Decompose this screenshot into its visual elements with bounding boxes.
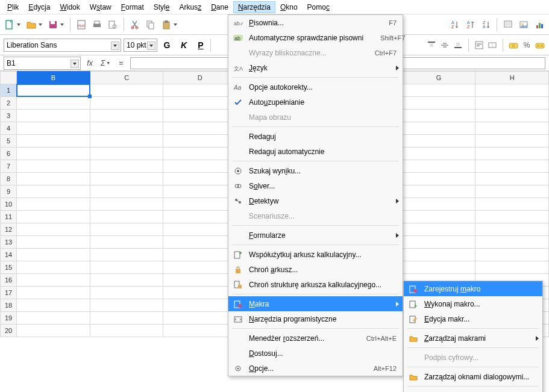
italic-button[interactable]: K bbox=[177, 38, 191, 52]
cell[interactable] bbox=[163, 148, 237, 160]
col-header-c[interactable]: C bbox=[90, 72, 163, 84]
cell[interactable] bbox=[90, 173, 163, 185]
cell[interactable] bbox=[17, 122, 90, 135]
tools-menu-item[interactable]: Redaguj bbox=[228, 129, 403, 144]
row-header-13[interactable]: 13 bbox=[1, 236, 17, 249]
cell[interactable] bbox=[163, 198, 237, 211]
fx-icon[interactable]: fx bbox=[83, 57, 96, 70]
cell[interactable] bbox=[163, 173, 237, 185]
tools-menu-item[interactable]: AaOpcje autokorekty... bbox=[228, 79, 403, 95]
menu-arkusz[interactable]: Arkusz bbox=[174, 1, 206, 13]
cell[interactable] bbox=[17, 198, 90, 211]
macros-menu-item[interactable]: Edycja makr... bbox=[404, 311, 542, 326]
cell[interactable] bbox=[163, 211, 237, 223]
cell[interactable] bbox=[163, 325, 237, 337]
save-icon[interactable] bbox=[46, 17, 60, 32]
cell[interactable] bbox=[475, 135, 549, 148]
cell[interactable] bbox=[17, 135, 90, 148]
cell[interactable] bbox=[402, 160, 475, 173]
cut-icon[interactable] bbox=[128, 17, 142, 32]
cell[interactable] bbox=[90, 122, 163, 135]
macros-menu-item[interactable]: Zarządzaj oknami dialogowymi... bbox=[404, 369, 542, 384]
cell[interactable] bbox=[90, 299, 163, 312]
macros-menu-item[interactable]: Ustawienia filtrów XML... bbox=[404, 388, 542, 392]
tools-menu-item[interactable]: Solver... bbox=[228, 178, 403, 193]
cell[interactable] bbox=[17, 173, 90, 185]
cell[interactable] bbox=[402, 173, 475, 185]
align-middle-icon[interactable] bbox=[439, 40, 450, 51]
menu-wstaw[interactable]: Wstaw bbox=[85, 1, 116, 13]
cell[interactable] bbox=[163, 312, 237, 325]
cell[interactable] bbox=[475, 160, 549, 173]
cell[interactable] bbox=[90, 148, 163, 160]
menu-plik[interactable]: Plik bbox=[2, 1, 24, 13]
cell[interactable] bbox=[402, 223, 475, 236]
equals-icon[interactable]: = bbox=[115, 57, 128, 70]
cell[interactable] bbox=[475, 185, 549, 198]
cell[interactable] bbox=[90, 97, 163, 110]
cell[interactable] bbox=[163, 274, 237, 287]
row-header-6[interactable]: 6 bbox=[1, 148, 17, 160]
row-header-16[interactable]: 16 bbox=[1, 274, 17, 287]
cell[interactable] bbox=[402, 97, 475, 110]
tools-menu-item[interactable]: Formularze bbox=[228, 228, 403, 243]
cell[interactable] bbox=[475, 261, 549, 274]
cell[interactable] bbox=[163, 261, 237, 274]
cell[interactable] bbox=[163, 110, 237, 122]
cell[interactable] bbox=[90, 274, 163, 287]
cell[interactable] bbox=[90, 223, 163, 236]
tools-menu-item[interactable]: abAutomatyczne sprawdzanie pisowniShift+… bbox=[228, 30, 403, 45]
cell[interactable] bbox=[90, 185, 163, 198]
chevron-down-icon[interactable] bbox=[71, 60, 79, 68]
row-header-1[interactable]: 1 bbox=[1, 84, 17, 97]
tools-menu-item[interactable]: Redaguj automatycznie bbox=[228, 144, 403, 159]
cell[interactable] bbox=[90, 287, 163, 299]
cell[interactable] bbox=[163, 223, 237, 236]
cell[interactable] bbox=[17, 261, 90, 274]
row-header-17[interactable]: 17 bbox=[1, 287, 17, 299]
cell[interactable] bbox=[402, 198, 475, 211]
cell[interactable] bbox=[475, 148, 549, 160]
chevron-down-icon[interactable] bbox=[111, 42, 119, 50]
paste-icon[interactable] bbox=[159, 17, 174, 32]
cell[interactable] bbox=[475, 122, 549, 135]
currency-icon[interactable] bbox=[508, 40, 519, 51]
menu-narzedzia[interactable]: Narzędzia bbox=[233, 1, 275, 13]
col-header-g[interactable]: G bbox=[402, 72, 475, 84]
menu-edycja[interactable]: Edycja bbox=[24, 1, 55, 13]
tools-menu-item[interactable]: Opcje...Alt+F12 bbox=[228, 361, 403, 376]
font-size-combo[interactable]: 10 pkt bbox=[124, 39, 157, 52]
macros-menu-item[interactable]: Wykonaj makro... bbox=[404, 296, 542, 311]
row-header-19[interactable]: 19 bbox=[1, 312, 17, 325]
cell[interactable] bbox=[17, 325, 90, 337]
cell[interactable] bbox=[17, 160, 90, 173]
align-top-icon[interactable] bbox=[426, 40, 437, 51]
print-preview-icon[interactable] bbox=[105, 17, 120, 32]
cell[interactable] bbox=[475, 249, 549, 261]
cell[interactable] bbox=[90, 312, 163, 325]
new-file-icon[interactable] bbox=[2, 17, 17, 32]
underline-button[interactable]: P bbox=[193, 38, 208, 52]
cell[interactable] bbox=[17, 185, 90, 198]
cell[interactable] bbox=[475, 198, 549, 211]
cell[interactable] bbox=[402, 122, 475, 135]
cell[interactable] bbox=[163, 84, 237, 97]
cell[interactable] bbox=[90, 84, 163, 97]
col-header-b[interactable]: B bbox=[17, 72, 90, 84]
cell[interactable] bbox=[402, 185, 475, 198]
cell[interactable] bbox=[90, 236, 163, 249]
tools-menu-item[interactable]: Detektyw bbox=[228, 193, 403, 208]
cell[interactable] bbox=[17, 211, 90, 223]
export-pdf-icon[interactable]: PDF bbox=[74, 17, 89, 32]
tools-menu-item[interactable]: Autouzupełnianie bbox=[228, 95, 403, 110]
align-bottom-icon[interactable] bbox=[453, 40, 463, 51]
cell[interactable] bbox=[402, 261, 475, 274]
tools-menu-item[interactable]: 文AJęzyk bbox=[228, 60, 403, 75]
row-header-9[interactable]: 9 bbox=[1, 185, 17, 198]
cell[interactable] bbox=[17, 287, 90, 299]
row-header-20[interactable]: 20 bbox=[1, 325, 17, 337]
cell[interactable] bbox=[90, 211, 163, 223]
cell[interactable] bbox=[402, 211, 475, 223]
tools-menu-item[interactable]: Makra bbox=[228, 296, 403, 311]
cell[interactable] bbox=[17, 236, 90, 249]
